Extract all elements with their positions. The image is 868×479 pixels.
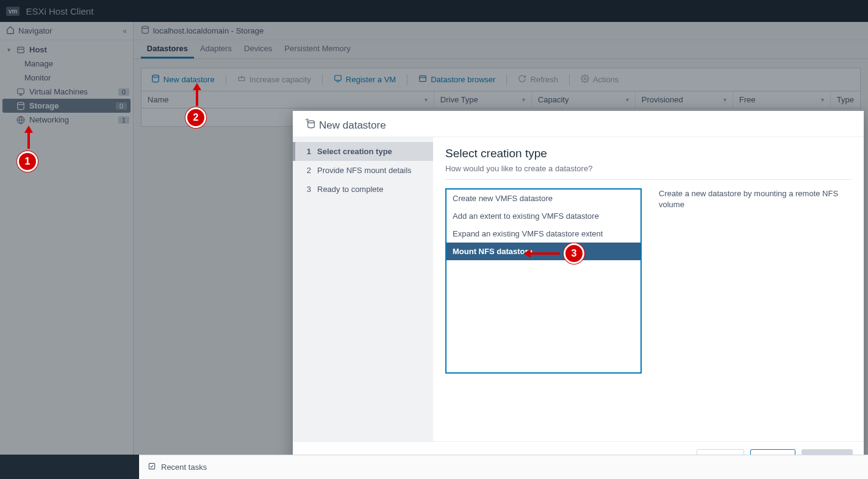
annotation-arrow-2 — [193, 83, 201, 90]
annotation-arrow-3 — [529, 252, 560, 255]
wizard-heading: Select creation type — [445, 147, 852, 160]
recent-tasks-label: Recent tasks — [161, 463, 207, 472]
wizard-step-1[interactable]: 1Select creation type — [293, 142, 433, 161]
option-create-vmfs[interactable]: Create new VMFS datastore — [447, 190, 640, 207]
recent-tasks-bar[interactable]: Recent tasks — [139, 455, 868, 479]
option-expand-extent[interactable]: Expand an existing VMFS datastore extent — [447, 225, 640, 243]
wizard-step-3[interactable]: 3Ready to complete — [293, 180, 433, 199]
creation-type-list: Create new VMFS datastore Add an extent … — [445, 188, 642, 374]
annotation-marker-3: 3 — [564, 243, 584, 264]
option-description: Create a new datastore by mounting a rem… — [659, 188, 852, 374]
wizard-step-2[interactable]: 2Provide NFS mount details — [293, 161, 433, 180]
wizard-subheading: How would you like to create a datastore… — [445, 164, 852, 180]
wizard-content: Select creation type How would you like … — [433, 137, 864, 441]
plus-icon: + — [305, 116, 309, 128]
annotation-marker-2: 2 — [185, 107, 206, 128]
wizard-nav: 1Select creation type 2Provide NFS mount… — [293, 137, 433, 441]
dialog-header: + New datastore — [293, 111, 864, 137]
annotation-marker-1: 1 — [17, 151, 38, 172]
annotation-arrow-1 — [24, 126, 33, 133]
tasks-icon — [148, 462, 156, 472]
dialog-title: New datastore — [319, 119, 386, 132]
option-mount-nfs[interactable]: Mount NFS datastore — [447, 243, 640, 260]
option-add-extent[interactable]: Add an extent to existing VMFS datastore — [447, 207, 640, 225]
new-datastore-dialog: + New datastore 1Select creation type 2P… — [293, 111, 864, 477]
svg-rect-17 — [149, 463, 154, 469]
